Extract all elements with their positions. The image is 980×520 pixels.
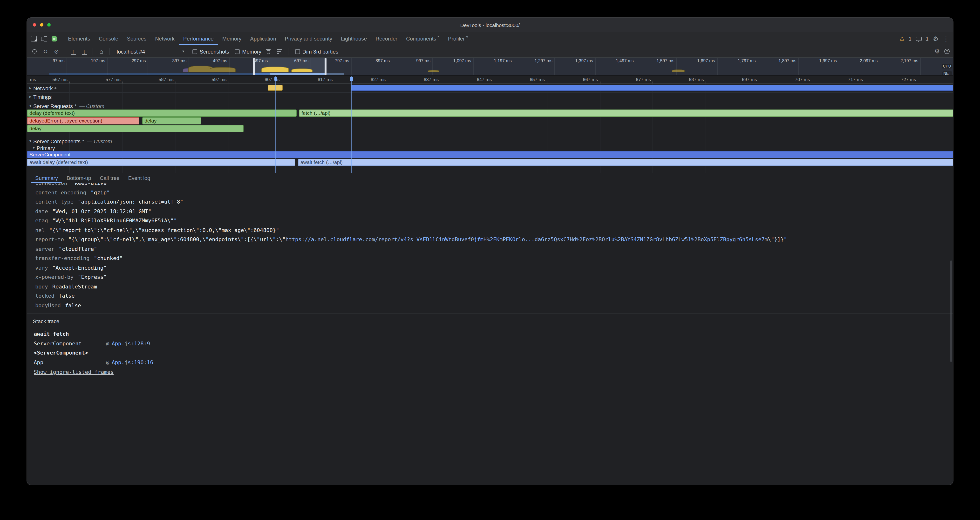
property-value: "keep-alive" xyxy=(72,183,110,186)
track-group-server-requests[interactable]: ▾Server Requests*— Custom xyxy=(27,102,953,110)
property-value: false xyxy=(59,293,75,299)
stack-location-link[interactable]: App.js:190:16 xyxy=(111,359,153,366)
property-value: "{\"report_to\":\"cf-nel\",\"success_fra… xyxy=(49,227,279,234)
tab-label: Recorder xyxy=(375,36,398,41)
custom-track-badge-icon: * xyxy=(75,103,76,108)
tab-elements[interactable]: Elements xyxy=(64,32,94,45)
bar-delay[interactable]: delay xyxy=(27,125,243,132)
tick-mark xyxy=(494,81,494,83)
report-url-link[interactable]: https://a.nel.cloudflare.com/report/v4?s… xyxy=(285,237,768,243)
stack-trace-frames: await fetchServerComponent@App.js:128:9<… xyxy=(27,329,953,367)
network-bar[interactable] xyxy=(268,85,283,91)
property-value: "gzip" xyxy=(91,189,110,196)
conditions-glyph xyxy=(277,49,282,54)
history-dropdown[interactable]: localhost #4 ▾ xyxy=(114,48,187,54)
chevron-down-icon[interactable]: ▾ xyxy=(29,104,31,108)
clear-icon[interactable]: ⊘ xyxy=(52,48,60,55)
capture-settings-gear-icon[interactable]: ⚙ xyxy=(933,48,941,55)
garbage-collect-icon[interactable] xyxy=(265,48,272,55)
tab-application[interactable]: Application xyxy=(246,32,280,45)
bar-await-delay-deferred-text[interactable]: await delay (deferred text) xyxy=(27,159,295,166)
property-row: bodyReadableStream xyxy=(27,282,953,291)
chevron-right-icon[interactable]: ▸ xyxy=(29,86,31,90)
bar-delay-deferred-text[interactable]: delay (deferred text) xyxy=(27,110,296,117)
tick-mark xyxy=(334,81,335,83)
settings-gear-icon[interactable]: ⚙ xyxy=(933,35,939,42)
save-profile-icon[interactable]: ↓ xyxy=(81,48,88,55)
bar-servercomponent[interactable]: ServerComponent xyxy=(27,151,953,158)
kebab-menu-icon[interactable]: ⋮ xyxy=(943,35,949,42)
property-value: ReadableStream xyxy=(52,284,97,290)
memory-checkbox[interactable]: Memory xyxy=(235,48,261,54)
close-window-button[interactable] xyxy=(33,23,36,27)
chevron-right-icon[interactable]: ▸ xyxy=(29,95,31,99)
property-key: vary xyxy=(35,265,48,271)
tab-profiler[interactable]: Profiler* xyxy=(444,32,473,45)
device-toolbar-icon[interactable] xyxy=(41,36,47,41)
bar-delayederror-ayed-exception[interactable]: delayedError (…ayed exception) xyxy=(27,117,139,124)
stack-location-link[interactable]: App.js:128:9 xyxy=(111,340,150,347)
summary-scrollbar[interactable] xyxy=(950,261,952,362)
record-reload-icon[interactable]: ↻ xyxy=(41,48,49,55)
property-value: "W/\"4b1-RjEJloX9kRinu6F0MAZMmy6E5iA\"" xyxy=(52,218,177,224)
timeline-overview[interactable]: CPU NET 97 ms197 ms297 ms397 ms497 ms597… xyxy=(27,58,953,76)
track-subgroup-primary[interactable]: ▾Primary xyxy=(27,145,953,151)
dim-3rd-parties-checkbox[interactable]: Dim 3rd parties xyxy=(295,48,338,54)
message-bubble-icon[interactable] xyxy=(916,37,922,41)
bar-fetch-api[interactable]: fetch (…/api) xyxy=(299,110,953,117)
tab-performance[interactable]: Performance xyxy=(179,32,218,45)
property-row: bodyUsedfalse xyxy=(27,301,953,310)
timeline-ruler: ms567 ms577 ms587 ms597 ms607 ms617 ms62… xyxy=(27,76,953,84)
chevron-down-icon[interactable]: ▾ xyxy=(33,146,35,150)
overview-tick-label: 2,197 ms xyxy=(900,58,920,63)
trash-glyph xyxy=(266,49,271,54)
bar-await-fetch-api[interactable]: await fetch (…/api) xyxy=(298,159,953,166)
property-value: "Accept-Encoding" xyxy=(52,265,107,271)
tab-privacy-and-security[interactable]: Privacy and security xyxy=(280,32,337,45)
show-ignore-listed-link[interactable]: Show ignore-listed frames xyxy=(34,369,114,375)
record-icon[interactable] xyxy=(30,48,38,55)
screenshots-checkbox[interactable]: Screenshots xyxy=(192,48,229,54)
tick-mark xyxy=(123,81,123,83)
warning-icon[interactable]: ⚠ xyxy=(900,35,905,42)
panel-tabbar: ElementsConsoleSourcesNetworkPerformance… xyxy=(27,32,953,45)
track-group-label: Server Components xyxy=(33,138,81,144)
tab-network[interactable]: Network xyxy=(151,32,179,45)
overview-tick-label: 197 ms xyxy=(91,58,107,63)
stack-frame-header: <ServerComponent> xyxy=(27,348,953,358)
overview-tick-label: 1,497 ms xyxy=(616,58,636,63)
minimize-window-button[interactable] xyxy=(40,23,43,27)
chevron-down-icon[interactable]: ▾ xyxy=(29,139,31,143)
tab-sources[interactable]: Sources xyxy=(123,32,151,45)
property-row: transfer-encoding"chunked" xyxy=(27,254,953,263)
tab-call-tree[interactable]: Call tree xyxy=(95,173,124,183)
tab-lighthouse[interactable]: Lighthouse xyxy=(337,32,371,45)
help-icon[interactable]: ? xyxy=(944,49,950,54)
network-conditions-icon[interactable] xyxy=(276,48,283,55)
zoom-window-button[interactable] xyxy=(47,23,51,27)
tab-bottom-up[interactable]: Bottom-up xyxy=(62,173,95,183)
property-value: "chunked" xyxy=(94,255,123,262)
overview-tick-label: 597 ms xyxy=(253,58,270,63)
tab-recorder[interactable]: Recorder xyxy=(371,32,402,45)
inspect-element-icon[interactable] xyxy=(31,36,37,41)
tab-console[interactable]: Console xyxy=(94,32,123,45)
extension-icon[interactable] xyxy=(52,36,57,41)
summary-properties: connection"keep-alive"content-encoding"g… xyxy=(27,183,953,310)
tabbar-left-icons xyxy=(31,36,57,41)
track-group-server-components[interactable]: ▾Server Components*— Custom xyxy=(27,137,953,145)
selection-handle-right[interactable] xyxy=(325,58,326,75)
tab-summary[interactable]: Summary xyxy=(31,173,62,183)
network-track[interactable]: ▸ Network xyxy=(27,84,953,92)
load-profile-icon[interactable]: ↑ xyxy=(70,48,77,55)
tab-components[interactable]: Components* xyxy=(402,32,444,45)
timings-track[interactable]: ▸ Timings xyxy=(27,92,953,101)
bar-delay[interactable]: delay xyxy=(142,117,201,124)
custom-tracks: ▾Server Requests*— Customdelay (deferred… xyxy=(27,102,953,166)
tab-memory[interactable]: Memory xyxy=(218,32,246,45)
tab-event-log[interactable]: Event log xyxy=(124,173,155,183)
property-row: vary"Accept-Encoding" xyxy=(27,263,953,272)
live-metrics-home-icon[interactable]: ⌂ xyxy=(97,48,105,55)
toolbar-separator xyxy=(92,48,93,55)
network-bar[interactable] xyxy=(351,85,953,91)
